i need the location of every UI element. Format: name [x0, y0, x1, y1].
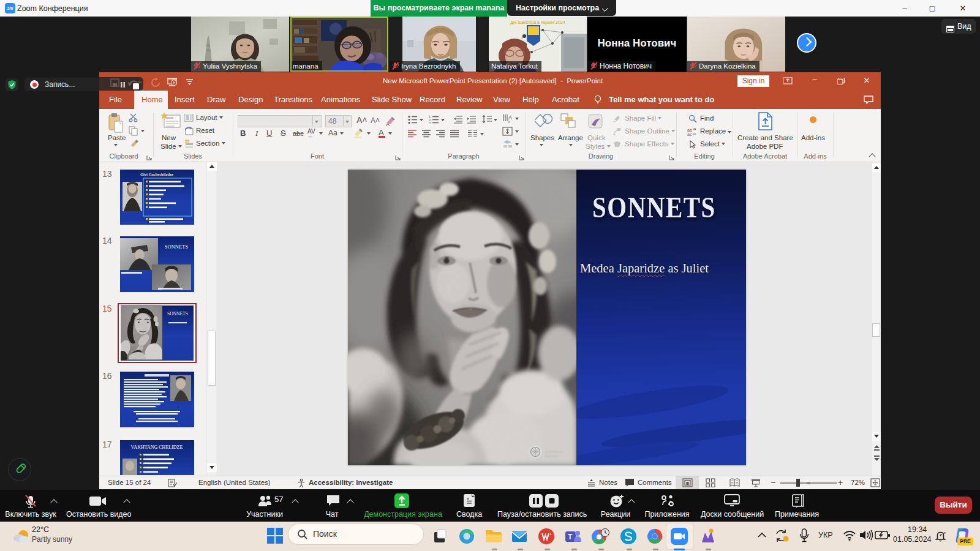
svg-text:Дні Шекспіра в Україні 2024: Дні Шекспіра в Україні 2024	[510, 20, 565, 25]
svg-text:3: 3	[429, 121, 431, 124]
svg-text:SONNETS: SONNETS	[165, 244, 189, 250]
svg-text:VAKHTANG CHELIDZE: VAKHTANG CHELIDZE	[131, 444, 183, 450]
svg-text:A: A	[508, 114, 512, 121]
svg-text:+: +	[549, 532, 552, 536]
svg-text:A: A	[386, 121, 390, 126]
svg-text:SONNETS: SONNETS	[167, 311, 188, 317]
svg-text:ac: ac	[687, 132, 692, 137]
svg-text:T: T	[568, 533, 573, 541]
svg-text:ab: ab	[687, 128, 692, 132]
svg-text:z: z	[940, 532, 942, 538]
svg-text:z: z	[944, 531, 946, 534]
svg-text:Givi Gachechiladze: Givi Gachechiladze	[140, 172, 173, 176]
